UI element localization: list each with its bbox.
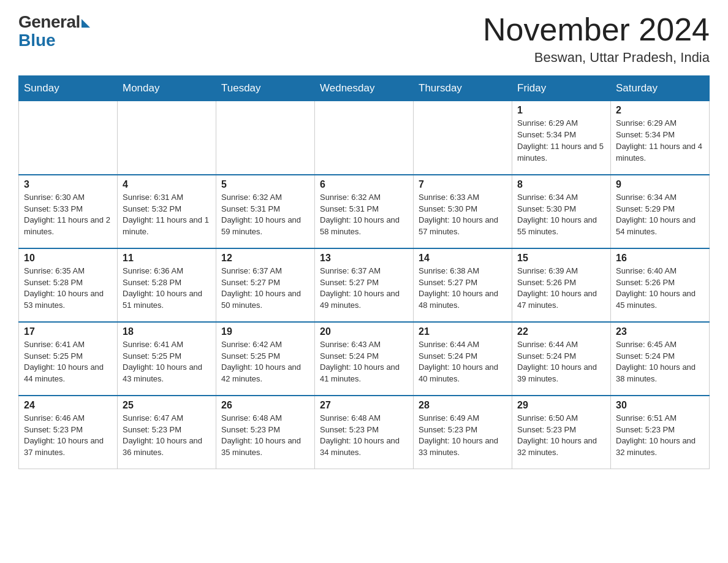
day-cell: 14Sunrise: 6:38 AM Sunset: 5:27 PM Dayli… xyxy=(414,248,512,322)
logo: General Blue xyxy=(18,12,90,49)
day-number: 12 xyxy=(221,253,309,264)
day-info: Sunrise: 6:29 AM Sunset: 5:34 PM Dayligh… xyxy=(616,118,704,164)
week-row-2: 3Sunrise: 6:30 AM Sunset: 5:33 PM Daylig… xyxy=(19,175,710,248)
day-cell: 13Sunrise: 6:37 AM Sunset: 5:27 PM Dayli… xyxy=(315,248,414,322)
day-info: Sunrise: 6:47 AM Sunset: 5:23 PM Dayligh… xyxy=(123,413,211,459)
day-info: Sunrise: 6:32 AM Sunset: 5:31 PM Dayligh… xyxy=(221,192,309,238)
week-row-5: 24Sunrise: 6:46 AM Sunset: 5:23 PM Dayli… xyxy=(19,396,710,469)
day-number: 14 xyxy=(419,253,507,264)
header-row: SundayMondayTuesdayWednesdayThursdayFrid… xyxy=(19,76,710,101)
day-info: Sunrise: 6:32 AM Sunset: 5:31 PM Dayligh… xyxy=(320,192,408,238)
calendar-subtitle: Beswan, Uttar Pradesh, India xyxy=(483,50,710,66)
day-number: 13 xyxy=(320,253,408,264)
day-cell: 23Sunrise: 6:45 AM Sunset: 5:24 PM Dayli… xyxy=(611,322,710,396)
day-info: Sunrise: 6:31 AM Sunset: 5:32 PM Dayligh… xyxy=(123,192,211,238)
day-number: 24 xyxy=(24,400,112,411)
day-cell: 28Sunrise: 6:49 AM Sunset: 5:23 PM Dayli… xyxy=(414,396,512,469)
calendar-table: SundayMondayTuesdayWednesdayThursdayFrid… xyxy=(18,75,710,469)
day-info: Sunrise: 6:46 AM Sunset: 5:23 PM Dayligh… xyxy=(24,413,112,459)
day-number: 4 xyxy=(123,179,211,190)
day-number: 1 xyxy=(517,105,605,116)
day-number: 22 xyxy=(517,326,605,337)
logo-blue-text: Blue xyxy=(18,32,56,49)
day-cell xyxy=(118,101,216,175)
day-cell: 22Sunrise: 6:44 AM Sunset: 5:24 PM Dayli… xyxy=(512,322,611,396)
day-number: 7 xyxy=(419,179,507,190)
day-number: 16 xyxy=(616,253,704,264)
day-info: Sunrise: 6:50 AM Sunset: 5:23 PM Dayligh… xyxy=(517,413,605,459)
day-info: Sunrise: 6:44 AM Sunset: 5:24 PM Dayligh… xyxy=(517,339,605,385)
day-info: Sunrise: 6:30 AM Sunset: 5:33 PM Dayligh… xyxy=(24,192,112,238)
day-number: 23 xyxy=(616,326,704,337)
logo-general-text: General xyxy=(18,12,80,32)
day-cell xyxy=(19,101,118,175)
day-cell: 21Sunrise: 6:44 AM Sunset: 5:24 PM Dayli… xyxy=(414,322,512,396)
day-info: Sunrise: 6:48 AM Sunset: 5:23 PM Dayligh… xyxy=(320,413,408,459)
week-row-4: 17Sunrise: 6:41 AM Sunset: 5:25 PM Dayli… xyxy=(19,322,710,396)
page-header: General Blue November 2024 Beswan, Uttar… xyxy=(18,12,710,66)
day-cell: 26Sunrise: 6:48 AM Sunset: 5:23 PM Dayli… xyxy=(216,396,315,469)
day-info: Sunrise: 6:48 AM Sunset: 5:23 PM Dayligh… xyxy=(221,413,309,459)
day-number: 21 xyxy=(419,326,507,337)
day-cell: 9Sunrise: 6:34 AM Sunset: 5:29 PM Daylig… xyxy=(611,175,710,248)
header-cell-sunday: Sunday xyxy=(19,76,118,101)
day-cell: 16Sunrise: 6:40 AM Sunset: 5:26 PM Dayli… xyxy=(611,248,710,322)
day-number: 28 xyxy=(419,400,507,411)
day-number: 26 xyxy=(221,400,309,411)
day-info: Sunrise: 6:29 AM Sunset: 5:34 PM Dayligh… xyxy=(517,118,605,164)
day-number: 11 xyxy=(123,253,211,264)
day-cell: 5Sunrise: 6:32 AM Sunset: 5:31 PM Daylig… xyxy=(216,175,315,248)
day-cell: 18Sunrise: 6:41 AM Sunset: 5:25 PM Dayli… xyxy=(118,322,216,396)
day-info: Sunrise: 6:37 AM Sunset: 5:27 PM Dayligh… xyxy=(221,266,309,312)
day-cell: 1Sunrise: 6:29 AM Sunset: 5:34 PM Daylig… xyxy=(512,101,611,175)
day-info: Sunrise: 6:42 AM Sunset: 5:25 PM Dayligh… xyxy=(221,339,309,385)
day-cell: 3Sunrise: 6:30 AM Sunset: 5:33 PM Daylig… xyxy=(19,175,118,248)
day-info: Sunrise: 6:41 AM Sunset: 5:25 PM Dayligh… xyxy=(123,339,211,385)
day-number: 20 xyxy=(320,326,408,337)
day-number: 10 xyxy=(24,253,112,264)
day-cell xyxy=(414,101,512,175)
day-number: 5 xyxy=(221,179,309,190)
day-info: Sunrise: 6:44 AM Sunset: 5:24 PM Dayligh… xyxy=(419,339,507,385)
title-block: November 2024 Beswan, Uttar Pradesh, Ind… xyxy=(483,12,710,66)
header-cell-saturday: Saturday xyxy=(611,76,710,101)
day-cell: 2Sunrise: 6:29 AM Sunset: 5:34 PM Daylig… xyxy=(611,101,710,175)
day-cell: 7Sunrise: 6:33 AM Sunset: 5:30 PM Daylig… xyxy=(414,175,512,248)
calendar-title: November 2024 xyxy=(483,12,710,47)
day-number: 6 xyxy=(320,179,408,190)
day-cell: 30Sunrise: 6:51 AM Sunset: 5:23 PM Dayli… xyxy=(611,396,710,469)
day-number: 18 xyxy=(123,326,211,337)
day-info: Sunrise: 6:36 AM Sunset: 5:28 PM Dayligh… xyxy=(123,266,211,312)
day-info: Sunrise: 6:39 AM Sunset: 5:26 PM Dayligh… xyxy=(517,266,605,312)
day-cell: 10Sunrise: 6:35 AM Sunset: 5:28 PM Dayli… xyxy=(19,248,118,322)
day-cell: 29Sunrise: 6:50 AM Sunset: 5:23 PM Dayli… xyxy=(512,396,611,469)
day-info: Sunrise: 6:51 AM Sunset: 5:23 PM Dayligh… xyxy=(616,413,704,459)
day-cell: 6Sunrise: 6:32 AM Sunset: 5:31 PM Daylig… xyxy=(315,175,414,248)
day-number: 25 xyxy=(123,400,211,411)
day-info: Sunrise: 6:34 AM Sunset: 5:30 PM Dayligh… xyxy=(517,192,605,238)
day-number: 9 xyxy=(616,179,704,190)
day-cell: 12Sunrise: 6:37 AM Sunset: 5:27 PM Dayli… xyxy=(216,248,315,322)
day-number: 15 xyxy=(517,253,605,264)
day-info: Sunrise: 6:43 AM Sunset: 5:24 PM Dayligh… xyxy=(320,339,408,385)
day-cell: 27Sunrise: 6:48 AM Sunset: 5:23 PM Dayli… xyxy=(315,396,414,469)
day-info: Sunrise: 6:33 AM Sunset: 5:30 PM Dayligh… xyxy=(419,192,507,238)
day-number: 3 xyxy=(24,179,112,190)
day-number: 17 xyxy=(24,326,112,337)
day-number: 27 xyxy=(320,400,408,411)
day-cell: 4Sunrise: 6:31 AM Sunset: 5:32 PM Daylig… xyxy=(118,175,216,248)
day-number: 8 xyxy=(517,179,605,190)
day-cell: 25Sunrise: 6:47 AM Sunset: 5:23 PM Dayli… xyxy=(118,396,216,469)
day-cell xyxy=(315,101,414,175)
day-cell xyxy=(216,101,315,175)
day-info: Sunrise: 6:37 AM Sunset: 5:27 PM Dayligh… xyxy=(320,266,408,312)
header-cell-tuesday: Tuesday xyxy=(216,76,315,101)
logo-arrow-icon xyxy=(82,19,90,28)
day-number: 2 xyxy=(616,105,704,116)
header-cell-friday: Friday xyxy=(512,76,611,101)
day-cell: 15Sunrise: 6:39 AM Sunset: 5:26 PM Dayli… xyxy=(512,248,611,322)
header-cell-monday: Monday xyxy=(118,76,216,101)
day-cell: 17Sunrise: 6:41 AM Sunset: 5:25 PM Dayli… xyxy=(19,322,118,396)
day-info: Sunrise: 6:35 AM Sunset: 5:28 PM Dayligh… xyxy=(24,266,112,312)
day-info: Sunrise: 6:34 AM Sunset: 5:29 PM Dayligh… xyxy=(616,192,704,238)
